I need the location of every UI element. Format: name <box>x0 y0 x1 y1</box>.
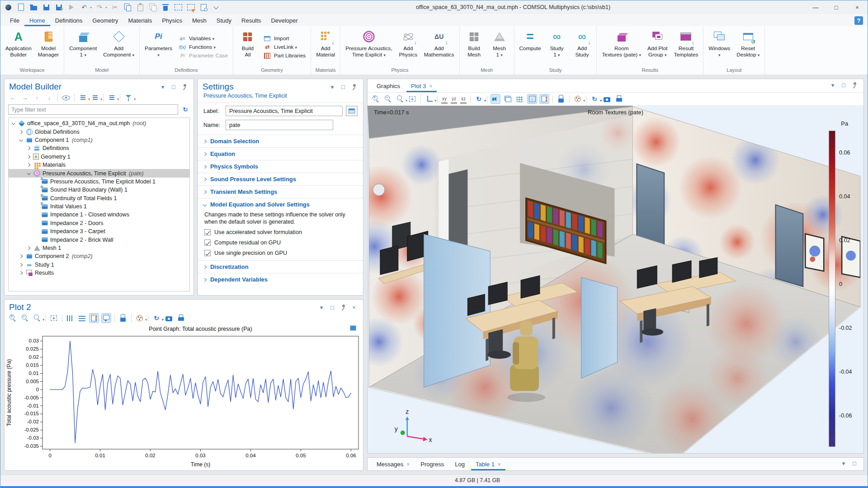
menu-results[interactable]: Results <box>236 15 266 26</box>
undo-icon[interactable]: ↶ <box>79 2 89 12</box>
ribbon-add-component[interactable]: AddComponent ▾ <box>100 28 137 66</box>
select-box-icon[interactable] <box>173 2 183 12</box>
ribbon-result-templates[interactable]: ResultTemplates <box>671 28 702 66</box>
annotation-icon[interactable] <box>102 314 111 323</box>
ribbon-functions[interactable]: f(x)Functions ▾ <box>179 44 228 51</box>
collapse-icon[interactable]: ▾ <box>317 303 326 312</box>
print-icon[interactable] <box>614 94 623 103</box>
menu-developer[interactable]: Developer <box>266 15 302 26</box>
section-header-transient-mesh-settings[interactable]: Transient Mesh Settings <box>198 186 363 198</box>
menu-study[interactable]: Study <box>212 15 236 26</box>
ribbon-build-mesh[interactable]: BuildMesh <box>462 28 487 66</box>
name-input[interactable]: pate <box>226 120 333 130</box>
filter-icon[interactable]: ▾ <box>124 93 133 102</box>
collapse-icon[interactable]: ▾ <box>828 80 837 89</box>
ribbon-add-study[interactable]: ∞AddStudy <box>569 28 594 66</box>
tree-expander-icon[interactable] <box>27 155 30 159</box>
ribbon-import[interactable]: Import <box>264 35 306 42</box>
section-header-sound-pressure-level-settings[interactable]: Sound Pressure Level Settings <box>198 173 363 185</box>
tab-graphics[interactable]: Graphics <box>372 80 405 92</box>
undo-dropdown-icon[interactable]: ▾ <box>90 5 92 9</box>
collapse-icon[interactable]: ▾ <box>158 82 167 91</box>
nav-forward-icon[interactable]: → <box>20 93 29 102</box>
section-header-discretization[interactable]: Discretization <box>198 261 363 273</box>
tab-messages[interactable]: Messages× <box>372 459 414 470</box>
filter-input[interactable]: Type filter text <box>8 104 178 115</box>
menu-home[interactable]: Home <box>24 15 50 26</box>
x-axis-grid-icon[interactable] <box>67 315 74 321</box>
tree-item-materials[interactable]: Materials <box>9 161 189 169</box>
tree-expander-icon[interactable] <box>19 254 23 258</box>
tree-expander-icon[interactable] <box>19 138 23 141</box>
ribbon-parameters[interactable]: PiParameters ▾ <box>142 28 175 66</box>
tree-expander-icon[interactable] <box>27 163 30 167</box>
ribbon-room-textures-pate[interactable]: RoomTextures (pate) ▾ <box>599 28 644 66</box>
delete-icon[interactable] <box>160 2 170 12</box>
section-header-dependent-variables[interactable]: Dependent Variables <box>198 273 363 286</box>
save-as-icon[interactable] <box>54 2 64 12</box>
tab-progress[interactable]: Progress <box>416 459 448 470</box>
play-sound-icon[interactable] <box>491 94 500 103</box>
tree-item-impedance-3-carpet[interactable]: Impedance 3 - Carpet <box>9 227 189 235</box>
ribbon-compute[interactable]: =Compute <box>516 28 544 66</box>
save-icon[interactable] <box>41 2 51 12</box>
update-plot-icon[interactable]: ↻▾ <box>152 314 161 323</box>
close-tab-icon[interactable]: × <box>498 461 501 468</box>
color-legend-icon[interactable] <box>540 94 549 103</box>
plot2-chart-area[interactable]: 0.030.0250.020.0150.010.0050-0.005-0.01-… <box>5 324 363 470</box>
tab-log[interactable]: Log <box>450 459 469 470</box>
close-icon[interactable]: × <box>349 303 359 312</box>
open-file-icon[interactable] <box>28 2 38 12</box>
cut-icon[interactable]: ✂ <box>110 2 120 12</box>
zoom-in-icon[interactable]: + <box>8 314 17 323</box>
new-file-icon[interactable] <box>16 2 26 12</box>
tree-item-impedance-2-doors[interactable]: Impedance 2 - Doors <box>9 219 189 227</box>
ribbon-study-1[interactable]: ∞Study1 ▾ <box>544 28 569 66</box>
minimize-button[interactable]: — <box>805 0 826 14</box>
update-plot-icon[interactable]: ↻▾ <box>590 94 599 103</box>
zoom-box-icon[interactable]: ▾ <box>396 94 405 103</box>
checkbox-use-accelerated-solver-formulation[interactable]: Use accelerated solver formulation <box>204 229 357 235</box>
tree-expander-icon[interactable] <box>19 130 23 133</box>
color-legend-icon[interactable] <box>90 314 99 323</box>
tree-item-pressure-acoustics-time-explicit-model-1[interactable]: Pressure Acoustics, Time Explicit Model … <box>9 178 189 186</box>
run-icon[interactable] <box>66 2 76 12</box>
ribbon-add-mathematics[interactable]: ΔUAddMathematics <box>421 28 458 66</box>
collapse-all-icon[interactable]: ▾ <box>90 93 99 102</box>
graphics-canvas[interactable]: Time=0.017 s Room Textures (pate) Pa 0.0… <box>368 106 863 453</box>
menu-mesh[interactable]: Mesh <box>187 15 212 26</box>
toolbar-overflow-icon[interactable] <box>211 2 221 12</box>
copy-icon[interactable] <box>123 2 132 12</box>
pin-icon[interactable] <box>850 80 859 89</box>
ribbon-model-manager[interactable]: ModelManager <box>35 28 62 66</box>
tree-item-sound-hard-boundary-wall-1[interactable]: Sound Hard Boundary (Wall) 1 <box>9 186 189 194</box>
ribbon-variables[interactable]: a=Variables ▾ <box>179 35 228 42</box>
lock-view-icon[interactable] <box>557 94 566 103</box>
rename-label-button[interactable] <box>346 106 358 116</box>
tree-item-global-definitions[interactable]: Global Definitions <box>9 127 189 136</box>
section-header-domain-selection[interactable]: Domain Selection <box>198 135 363 147</box>
lock-axes-icon[interactable] <box>118 314 127 323</box>
tab-table-1[interactable]: Table 1× <box>471 459 505 470</box>
tree-item-results[interactable]: Results <box>9 269 189 277</box>
tree-item-study-1[interactable]: ∞Study 1 <box>9 261 189 269</box>
zoom-box-icon[interactable]: ▾ <box>33 314 42 323</box>
pin-icon[interactable] <box>339 303 348 312</box>
float-icon[interactable]: □ <box>839 80 848 89</box>
tree-item-office-space-63-30t0-n4-ma-out-mph[interactable]: office_space_63_30T0_N4_ma_out.mph(root) <box>9 119 189 127</box>
view-yz-icon[interactable]: yz <box>451 94 457 103</box>
tree-expander-icon[interactable] <box>27 171 30 175</box>
app-logo-icon[interactable] <box>3 2 13 12</box>
tree-item-component-1[interactable]: Component 1(comp1) <box>9 136 189 144</box>
section-header-model-equation-and-solver-settings[interactable]: Model Equation and Solver Settings <box>198 198 363 211</box>
nav-back-icon[interactable]: ← <box>8 93 17 102</box>
tree-item-component-2[interactable]: Component 2(comp2) <box>9 252 189 260</box>
move-up-icon[interactable]: ↑ <box>33 93 42 102</box>
view-xz-icon[interactable]: xz <box>460 94 467 103</box>
menu-geometry[interactable]: Geometry <box>87 15 123 26</box>
print-icon[interactable] <box>176 314 185 323</box>
zoom-extents-icon[interactable] <box>408 94 417 103</box>
tree-item-continuity-of-total-fields-1[interactable]: Continuity of Total Fields 1 <box>9 194 189 202</box>
ribbon-component-1[interactable]: Component1 ▾ <box>66 28 100 66</box>
rotate-view-icon[interactable]: ↻▾ <box>474 94 483 103</box>
